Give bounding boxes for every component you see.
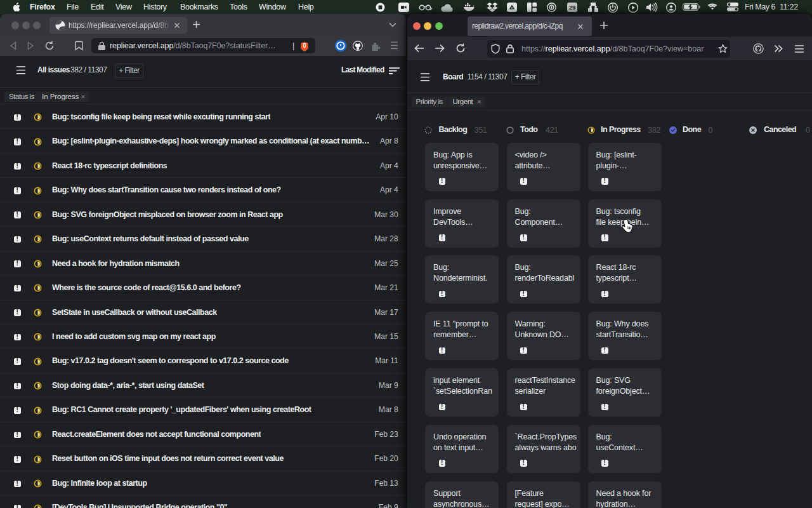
svg-text:29: 29	[569, 4, 575, 11]
